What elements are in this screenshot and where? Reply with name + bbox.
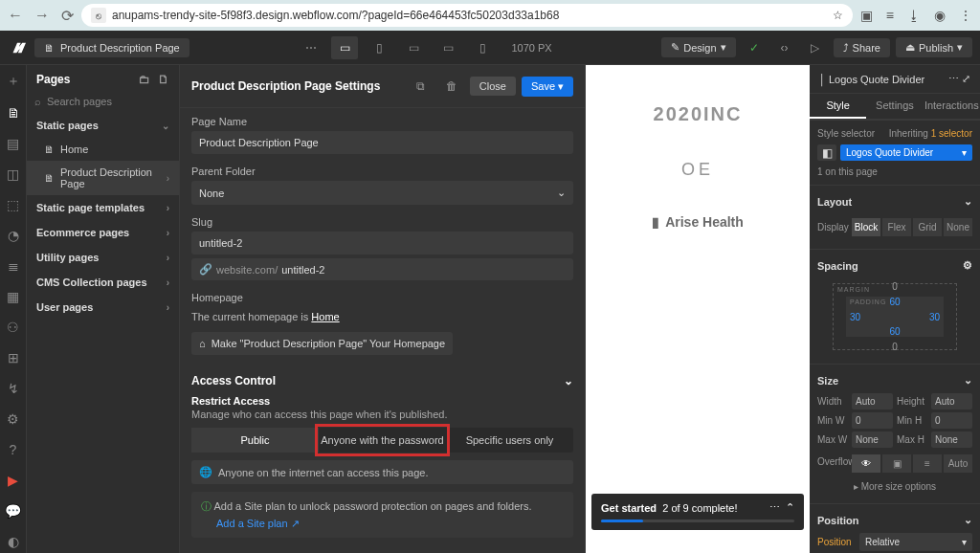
pages-icon[interactable]: 🗎 bbox=[5, 105, 22, 121]
page-name-input[interactable]: Product Description Page bbox=[191, 131, 573, 154]
padding-top[interactable]: 60 bbox=[889, 297, 900, 307]
templates-section[interactable]: Static page templates› bbox=[27, 195, 179, 220]
navigator-icon[interactable]: ▤ bbox=[5, 136, 22, 151]
more-size-options[interactable]: ▸ More size options bbox=[817, 476, 972, 498]
share-button[interactable]: ⤴Share bbox=[834, 38, 890, 57]
users-icon[interactable]: ⚇ bbox=[5, 320, 22, 335]
desktop-icon[interactable]: ▭ bbox=[331, 36, 358, 59]
app-icon[interactable]: ◐ bbox=[5, 534, 22, 549]
comment-icon[interactable]: 💬 bbox=[5, 503, 22, 519]
design-mode-button[interactable]: ✎Design▾ bbox=[661, 37, 735, 57]
display-grid[interactable]: Grid bbox=[913, 218, 942, 236]
star-icon[interactable]: ☆ bbox=[833, 9, 843, 22]
tab-settings[interactable]: Settings bbox=[866, 94, 923, 119]
more-icon[interactable]: ⋯ bbox=[948, 73, 959, 84]
publish-button[interactable]: ⏏Publish▾ bbox=[896, 37, 972, 57]
apps-icon[interactable]: ⊞ bbox=[5, 350, 22, 365]
download-icon[interactable]: ⭳ bbox=[907, 8, 921, 23]
height-input[interactable]: Auto bbox=[931, 393, 972, 409]
preview-icon[interactable]: ▷ bbox=[803, 36, 828, 59]
site-info-icon[interactable]: ⎋ bbox=[91, 8, 106, 23]
ext2-icon[interactable]: ≡ bbox=[886, 8, 894, 23]
tab-public[interactable]: Public bbox=[191, 428, 319, 453]
styles-icon[interactable]: ◔ bbox=[5, 228, 22, 243]
display-block[interactable]: Block bbox=[852, 218, 880, 236]
chevron-down-icon[interactable]: ⌄ bbox=[564, 374, 573, 387]
chevron-down-icon[interactable]: ⌄ bbox=[964, 374, 972, 387]
utility-section[interactable]: Utility pages› bbox=[27, 245, 179, 270]
selector-chip[interactable]: Logos Quote Divider▾ bbox=[840, 144, 972, 161]
make-homepage-button[interactable]: ⌂Make "Product Description Page" Your Ho… bbox=[191, 332, 453, 355]
menu-icon[interactable]: ⋮ bbox=[959, 8, 972, 23]
spacing-more-icon[interactable]: ⚙ bbox=[963, 259, 972, 272]
selector-state-icon[interactable]: ◧ bbox=[817, 144, 836, 161]
more-icon[interactable]: ⋯ bbox=[299, 36, 323, 59]
static-pages-section[interactable]: Static pages⌄ bbox=[27, 113, 179, 138]
minw-input[interactable]: 0 bbox=[852, 412, 893, 429]
page-selector[interactable]: 🗎 Product Description Page bbox=[34, 38, 189, 57]
page-item-home[interactable]: 🗎Home bbox=[27, 138, 179, 161]
maxw-input[interactable]: None bbox=[852, 431, 893, 448]
mobile-landscape-icon[interactable]: ▭ bbox=[434, 36, 461, 59]
overflow-scroll[interactable]: ≡ bbox=[913, 454, 942, 473]
audit-icon[interactable]: ↯ bbox=[5, 381, 22, 396]
display-none[interactable]: None bbox=[944, 218, 972, 236]
save-button[interactable]: Save▾ bbox=[522, 77, 573, 97]
check-icon[interactable]: ✓ bbox=[742, 36, 767, 59]
extension-icon[interactable]: ▣ bbox=[860, 8, 873, 23]
get-started-widget[interactable]: Get started 2 of 9 complete! ⋯ ⌃ bbox=[591, 494, 804, 530]
user-section[interactable]: User pages› bbox=[27, 295, 179, 320]
new-folder-icon[interactable]: 🗀 bbox=[139, 73, 150, 86]
padding-left[interactable]: 30 bbox=[850, 312, 860, 322]
overflow-visible[interactable]: 👁 bbox=[852, 454, 880, 473]
margin-bottom[interactable]: 0 bbox=[892, 342, 898, 352]
slug-input[interactable]: untitled-2 bbox=[191, 232, 573, 254]
chevron-down-icon[interactable]: ⌄ bbox=[964, 514, 972, 526]
cms-icon[interactable]: ≣ bbox=[5, 258, 22, 274]
chevron-up-icon[interactable]: ⌃ bbox=[786, 501, 794, 513]
back-icon[interactable]: ← bbox=[8, 7, 23, 25]
profile-icon[interactable]: ◉ bbox=[934, 8, 946, 23]
copy-icon[interactable]: ⧉ bbox=[409, 75, 434, 98]
maxh-input[interactable]: None bbox=[931, 431, 972, 448]
code-icon[interactable]: ‹› bbox=[772, 36, 797, 59]
add-site-plan-link[interactable]: Add a Site plan ↗ bbox=[216, 518, 564, 530]
close-button[interactable]: Close bbox=[470, 77, 516, 96]
display-flex[interactable]: Flex bbox=[882, 218, 911, 236]
position-select[interactable]: Relative▾ bbox=[859, 533, 972, 551]
tab-password[interactable]: Anyone with the password bbox=[319, 428, 446, 453]
margin-top[interactable]: 0 bbox=[892, 281, 898, 292]
padding-bottom[interactable]: 60 bbox=[889, 326, 900, 337]
padding-right[interactable]: 30 bbox=[929, 312, 940, 322]
inheriting-count[interactable]: 1 selector bbox=[931, 128, 972, 139]
page-item-pdp[interactable]: 🗎Product Description Page› bbox=[27, 161, 179, 195]
width-input[interactable]: Auto bbox=[852, 393, 893, 409]
variables-icon[interactable]: ⬚ bbox=[5, 197, 22, 212]
parent-folder-select[interactable]: None⌄ bbox=[191, 181, 573, 205]
tablet-icon[interactable]: ▯ bbox=[366, 36, 392, 59]
mobile-icon[interactable]: ▯ bbox=[469, 36, 496, 59]
search-pages[interactable]: ⌕ Search pages bbox=[34, 96, 171, 107]
cms-section[interactable]: CMS Collection pages› bbox=[27, 270, 179, 295]
new-page-icon[interactable]: 🗋 bbox=[158, 73, 169, 86]
overflow-hidden[interactable]: ▣ bbox=[882, 454, 911, 473]
webflow-logo-icon[interactable] bbox=[8, 38, 27, 57]
reload-icon[interactable]: ⟳ bbox=[61, 7, 74, 25]
more-icon[interactable]: ⋯ bbox=[769, 501, 780, 513]
design-canvas[interactable]: 2020INC OE ▮Arise Health Get started 2 o… bbox=[586, 65, 810, 553]
minh-input[interactable]: 0 bbox=[931, 412, 972, 429]
homepage-link[interactable]: Home bbox=[311, 311, 339, 322]
components-icon[interactable]: ◫ bbox=[5, 166, 22, 182]
tab-interactions[interactable]: Interactions bbox=[924, 94, 980, 119]
settings-icon[interactable]: ⚙ bbox=[5, 411, 22, 427]
overflow-auto[interactable]: Auto bbox=[944, 454, 972, 473]
assets-icon[interactable]: ▦ bbox=[5, 289, 22, 304]
video-icon[interactable]: ▶ bbox=[5, 473, 22, 488]
delete-icon[interactable]: 🗑 bbox=[439, 75, 464, 98]
spacing-editor[interactable]: MARGIN PADDING 0 0 60 60 30 30 bbox=[833, 283, 957, 350]
tab-style[interactable]: Style bbox=[810, 94, 866, 119]
tab-specific-users[interactable]: Specific users only bbox=[446, 428, 573, 453]
ecommerce-section[interactable]: Ecommerce pages› bbox=[27, 220, 179, 245]
forward-icon[interactable]: → bbox=[34, 7, 50, 25]
tablet-landscape-icon[interactable]: ▭ bbox=[400, 36, 427, 59]
